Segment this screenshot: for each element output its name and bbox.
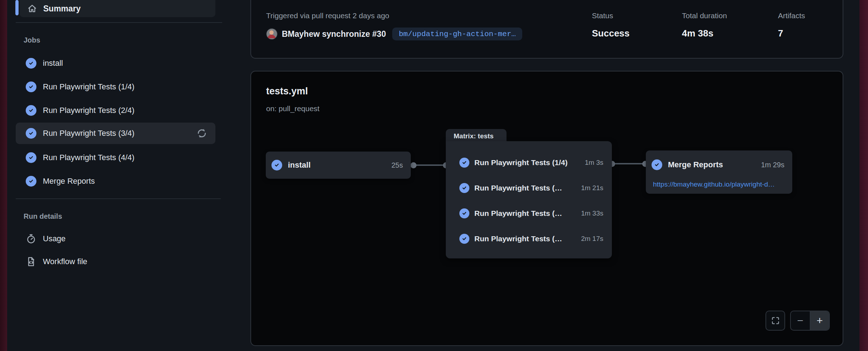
job-label: Run Playwright Tests (2/4) — [43, 106, 208, 115]
matrix-group-box: Run Playwright Tests (1/4) 1m 3s Run Pla… — [446, 141, 612, 258]
sidebar-item-job-merge-reports[interactable]: Merge Reports — [16, 170, 215, 192]
sidebar-item-job-install[interactable]: install — [16, 53, 215, 74]
success-check-icon — [26, 81, 36, 92]
job-label: Run Playwright Tests (3/4) — [43, 129, 190, 138]
job-label: Run Playwright Tests (4/4) — [43, 153, 208, 162]
jobs-section-header: Jobs — [24, 36, 40, 44]
branch-badge[interactable]: bm/updating-gh-action-mer… — [392, 28, 522, 40]
graph-node-rpt-4[interactable]: Run Playwright Tests (… 2m 17s — [459, 226, 603, 251]
actor-row: BMayhew synchronize #30 bm/updating-gh-a… — [266, 28, 522, 40]
sync-icon[interactable] — [196, 128, 208, 139]
sidebar-item-workflow-file[interactable]: Workflow file — [16, 251, 215, 272]
success-check-icon — [459, 234, 469, 244]
triggered-text: Triggered via pull request 2 days ago — [266, 11, 389, 20]
sidebar-divider — [16, 198, 221, 199]
node-duration: 1m 21s — [581, 184, 603, 192]
node-duration: 1m 3s — [585, 159, 603, 167]
graph-node-rpt-1[interactable]: Run Playwright Tests (1/4) 1m 3s — [459, 150, 603, 175]
screen-edge-right — [859, 0, 868, 351]
workflow-file-title: tests.yml — [266, 86, 308, 97]
graph-node-rpt-3[interactable]: Run Playwright Tests (… 1m 33s — [459, 201, 603, 226]
run-details-label: Usage — [43, 234, 208, 243]
graph-node-install[interactable]: install 25s — [266, 152, 411, 179]
node-label: Run Playwright Tests (1/4) — [474, 158, 568, 167]
workflow-trigger-subtitle: on: pull_request — [266, 104, 319, 113]
node-duration: 25s — [391, 161, 403, 169]
code-file-icon — [26, 256, 36, 267]
sidebar-item-job-rpt-4[interactable]: Run Playwright Tests (4/4) — [16, 147, 215, 168]
fit-to-screen-button[interactable] — [765, 311, 785, 331]
job-label: Run Playwright Tests (1/4) — [43, 82, 208, 92]
fit-to-screen-icon — [771, 316, 780, 325]
sidebar-item-job-rpt-3-selected[interactable]: Run Playwright Tests (3/4) — [16, 123, 215, 144]
success-check-icon — [459, 183, 469, 193]
success-check-icon — [271, 160, 282, 170]
sidebar-item-job-rpt-2[interactable]: Run Playwright Tests (2/4) — [16, 100, 215, 121]
node-label: Run Playwright Tests (… — [474, 209, 562, 218]
success-check-icon — [459, 208, 469, 218]
success-check-icon — [26, 152, 36, 163]
summary-active-indicator — [15, 0, 19, 15]
node-duration: 2m 17s — [581, 235, 603, 243]
total-duration-label: Total duration — [682, 11, 727, 20]
node-duration: 1m 29s — [761, 161, 784, 169]
artifacts-label: Artifacts — [778, 11, 805, 20]
zoom-in-button[interactable]: + — [810, 311, 829, 330]
sidebar-item-usage[interactable]: Usage — [16, 228, 215, 249]
job-label: install — [43, 59, 208, 68]
success-check-icon — [26, 105, 36, 116]
graph-node-merge-reports[interactable]: Merge Reports 1m 29s https://bmayhew.git… — [646, 150, 792, 194]
success-check-icon — [652, 159, 662, 170]
node-label: Run Playwright Tests (… — [474, 184, 562, 192]
actor-commit-text[interactable]: BMayhew synchronize #30 — [282, 29, 386, 39]
screen-edge-left — [0, 0, 7, 351]
sidebar-item-label: Summary — [43, 4, 81, 14]
total-duration-value: 4m 38s — [682, 28, 713, 39]
graph-node-rpt-2[interactable]: Run Playwright Tests (… 1m 21s — [459, 175, 603, 201]
node-label: Merge Reports — [668, 160, 723, 169]
success-check-icon — [459, 158, 469, 168]
status-label: Status — [592, 11, 613, 20]
sidebar-item-summary[interactable]: Summary — [20, 0, 215, 17]
zoom-controls: − + — [790, 311, 830, 331]
node-label: Run Playwright Tests (… — [474, 234, 562, 243]
success-check-icon — [26, 128, 36, 139]
status-value: Success — [592, 28, 630, 39]
sidebar-item-job-rpt-1[interactable]: Run Playwright Tests (1/4) — [16, 76, 215, 98]
run-details-section-header: Run details — [24, 212, 62, 221]
success-check-icon — [26, 176, 36, 187]
node-duration: 1m 33s — [581, 209, 603, 217]
matrix-group-label: Matrix: tests — [454, 132, 494, 140]
edge-matrix-to-merge — [611, 163, 646, 164]
stopwatch-icon — [26, 233, 36, 244]
node-label: install — [288, 160, 311, 170]
job-label: Merge Reports — [43, 177, 208, 186]
edge-install-to-matrix — [413, 164, 447, 166]
run-details-label: Workflow file — [43, 257, 208, 266]
sidebar-divider — [16, 22, 222, 23]
avatar[interactable] — [266, 28, 278, 40]
home-icon — [27, 3, 38, 14]
report-link[interactable]: https://bmayhew.github.io/playwright-d… — [652, 181, 784, 188]
success-check-icon — [26, 58, 36, 69]
edge-dot — [410, 162, 416, 168]
zoom-out-button[interactable]: − — [791, 311, 810, 330]
artifacts-value: 7 — [778, 28, 783, 39]
